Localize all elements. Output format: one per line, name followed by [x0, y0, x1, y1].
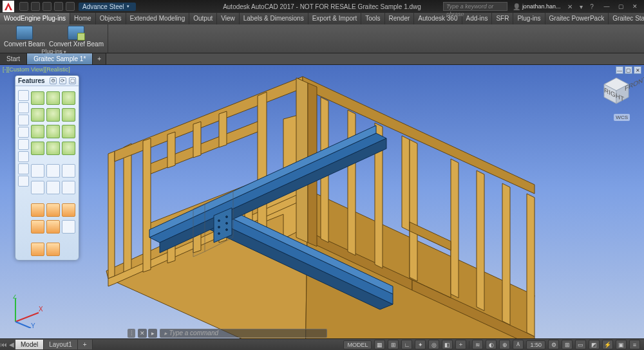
qat-undo-icon[interactable] — [54, 2, 63, 11]
ribbon-tab-home[interactable]: Home — [70, 13, 96, 24]
status-monitor-icon[interactable]: ▭ — [575, 340, 586, 349]
cmd-recent-icon[interactable]: ▸ — [148, 329, 157, 338]
status-workspace-icon[interactable]: ⊞ — [562, 340, 573, 349]
help-search-input[interactable]: Type a keyword or phrase — [443, 2, 507, 11]
ribbon-tab-add-ins[interactable]: Add-ins — [462, 13, 493, 24]
feat-w5[interactable] — [46, 181, 60, 194]
feat-g8[interactable] — [46, 125, 60, 138]
drawing-tab-start[interactable]: Start — [0, 53, 27, 64]
ribbon-tab-woodengine-plug-ins[interactable]: WoodEngine Plug-ins — [0, 13, 70, 24]
status-grid-icon[interactable]: ▦ — [374, 340, 385, 349]
status-lineweight-icon[interactable]: ≋ — [472, 340, 483, 349]
model-viewport[interactable]: [-][Custom View][Realistic] — ▢ ✕ — [0, 65, 644, 338]
feat-r1[interactable] — [31, 243, 44, 256]
palette-close-icon[interactable]: ▢ — [69, 77, 76, 84]
feat-w2[interactable] — [46, 164, 60, 178]
qat-redo-icon[interactable] — [66, 2, 75, 11]
maximize-button[interactable]: ▢ — [614, 2, 627, 11]
command-input[interactable]: ▸ Type a command — [160, 329, 327, 338]
module-switcher[interactable]: Advance Steel — [79, 3, 136, 11]
tool-select-icon[interactable] — [18, 102, 29, 113]
drawing-tab-new[interactable]: + — [93, 53, 106, 64]
status-polar-icon[interactable]: ✦ — [415, 340, 426, 349]
feat-r2[interactable] — [46, 243, 60, 256]
ribbon-tab-output[interactable]: Output — [189, 13, 217, 24]
ribbon-tab-graitec-stairs-and-railings[interactable]: Graitec Stairs and Railings — [609, 13, 644, 24]
feat-g3[interactable] — [62, 91, 75, 105]
feat-o4[interactable] — [31, 220, 44, 234]
drawing-tab-graitec-sample-1-[interactable]: Graitec Sample 1* — [27, 53, 93, 64]
cmd-history-icon[interactable]: ✕ — [138, 329, 147, 338]
feat-o2[interactable] — [46, 203, 60, 217]
qat-save-icon[interactable] — [43, 2, 52, 11]
ribbon-tab-sfr[interactable]: SFR — [492, 13, 513, 24]
feat-g4[interactable] — [31, 108, 44, 122]
feat-g12[interactable] — [62, 142, 75, 155]
tool-misc-icon[interactable] — [18, 163, 29, 174]
feat-o5[interactable] — [46, 220, 60, 234]
layout-tab-layout1[interactable]: Layout1 — [44, 340, 78, 349]
feat-o6[interactable] — [62, 220, 75, 234]
ribbon-tab-labels-dimensions[interactable]: Labels & Dimensions — [240, 13, 308, 24]
ribbon-tab-objects[interactable]: Objects — [96, 13, 126, 24]
feat-g9[interactable] — [62, 125, 75, 138]
app-logo[interactable] — [3, 1, 14, 12]
tool-edit-icon[interactable] — [18, 127, 29, 138]
feat-g11[interactable] — [46, 142, 60, 155]
status-gear-icon[interactable]: ⚙ — [548, 340, 559, 349]
status-dynamic-icon[interactable]: ＋ — [455, 340, 466, 349]
feat-g1[interactable] — [31, 91, 44, 105]
status-osnap-icon[interactable]: ◎ — [428, 340, 439, 349]
features-palette[interactable]: Features ⚙ ⟳ ▢ — [15, 75, 79, 261]
feat-w3[interactable] — [62, 164, 75, 178]
exchange-icon[interactable]: ✕ — [565, 2, 574, 11]
ribbon-tab-export-import[interactable]: Export & Import — [308, 13, 361, 24]
ribbon-tab-extended-modeling[interactable]: Extended Modeling — [126, 13, 190, 24]
layout-tab-new[interactable]: + — [78, 340, 93, 349]
status-cycling-icon[interactable]: ⊕ — [499, 340, 510, 349]
status-hardware-icon[interactable]: ⚡ — [602, 340, 613, 349]
wcs-label[interactable]: WCS — [614, 114, 630, 121]
feat-o1[interactable] — [31, 203, 44, 217]
layout-nav-prev-icon[interactable]: ◀ — [8, 341, 15, 348]
minimize-button[interactable]: — — [600, 2, 613, 11]
feat-g5[interactable] — [46, 108, 60, 122]
status-3dosnap-icon[interactable]: ◧ — [442, 340, 453, 349]
feat-g10[interactable] — [31, 142, 44, 155]
help-icon[interactable]: ? — [587, 2, 596, 11]
palette-refresh-icon[interactable]: ⟳ — [59, 77, 66, 84]
status-scale[interactable]: 1:50 — [526, 340, 545, 349]
status-customize-icon[interactable]: ≡ — [629, 340, 640, 349]
ribbon-tab-graitec-powerpack[interactable]: Graitec PowerPack — [545, 13, 609, 24]
ribbon-tab-plug-ins[interactable]: Plug-ins — [513, 13, 545, 24]
layout-nav-first-icon[interactable]: ⏮ — [0, 341, 8, 348]
feat-w6[interactable] — [62, 181, 75, 194]
status-ortho-icon[interactable]: ∟ — [401, 340, 412, 349]
palette-header[interactable]: Features ⚙ ⟳ ▢ — [15, 76, 79, 86]
ribbon-tab-view[interactable]: View — [217, 13, 240, 24]
feat-g7[interactable] — [31, 125, 44, 138]
convert-beam-button[interactable]: Convert Beam — [4, 26, 45, 48]
tool-dup-icon[interactable] — [18, 151, 29, 162]
feat-o3[interactable] — [62, 203, 75, 217]
status-annotation-icon[interactable]: Ａ — [513, 340, 524, 349]
status-isolate-icon[interactable]: ◩ — [589, 340, 600, 349]
command-line-grip-icon[interactable]: ⋮ — [128, 329, 135, 338]
layout-tab-model[interactable]: Model — [15, 340, 44, 349]
status-modelspace[interactable]: MODEL — [343, 340, 372, 349]
feat-g2[interactable] — [46, 91, 60, 105]
ribbon-tab-render[interactable]: Render — [385, 13, 415, 24]
qat-new-icon[interactable] — [19, 2, 28, 11]
feat-w4[interactable] — [31, 181, 44, 194]
palette-settings-icon[interactable]: ⚙ — [50, 77, 57, 84]
tool-note-icon[interactable] — [18, 139, 29, 150]
tool-pointer-icon[interactable] — [18, 90, 29, 101]
status-transparency-icon[interactable]: ◐ — [486, 340, 497, 349]
ribbon-tab-tools[interactable]: Tools — [361, 13, 384, 24]
convert-xref-beam-button[interactable]: Convert Xref Beam — [49, 26, 104, 48]
stayconnected-icon[interactable]: ▾ — [576, 2, 585, 11]
tool-hatch-icon[interactable] — [18, 176, 29, 187]
signed-in-user[interactable]: jonathan.han... — [509, 3, 565, 10]
close-button[interactable]: ✕ — [629, 2, 641, 11]
status-snap-icon[interactable]: ⊞ — [388, 340, 399, 349]
